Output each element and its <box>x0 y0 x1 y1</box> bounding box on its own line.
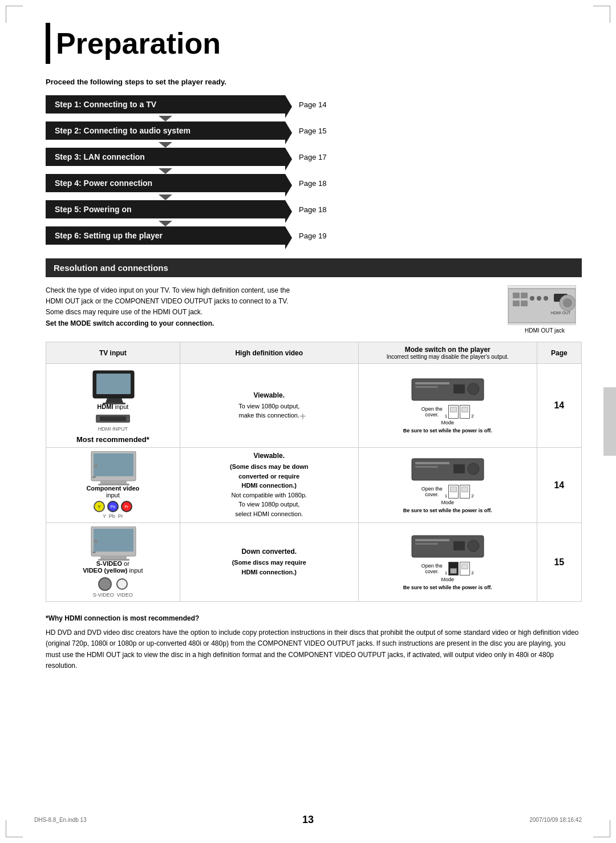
most-recommended-label: Most recommended* <box>51 435 175 444</box>
footer-page-number: 13 <box>302 814 314 826</box>
svideo-switches: 1 2 <box>445 562 474 575</box>
page-title: Preparation <box>56 29 221 58</box>
resolution-section: Resolution and connections Check the typ… <box>46 258 582 671</box>
svg-point-11 <box>563 298 572 307</box>
step-row-4: Step 4: Power connection Page 18 <box>46 174 582 192</box>
hdmi-jack-box: HDMI OUT HDMI OUT jack <box>508 285 582 334</box>
step-bar-2: Step 2: Connecting to audio system <box>46 121 285 140</box>
hdmi-viewable-desc: To view 1080p output,make this connectio… <box>185 402 354 420</box>
step-page-2: Page 15 <box>299 127 326 135</box>
svg-rect-7 <box>544 296 548 301</box>
step-bar-6: Step 6: Setting up the player <box>46 226 285 245</box>
mode-switch-instruction: Set the MODE switch according to your co… <box>46 319 214 327</box>
tv-icon-component <box>90 451 136 483</box>
switch-2-comp <box>460 485 470 498</box>
conn-y: Y <box>94 501 105 512</box>
svideo-viewable-title: Down converted. <box>185 548 354 556</box>
svg-rect-26 <box>98 484 129 485</box>
td-hdmi-page: 14 <box>537 364 581 448</box>
step-bar-5: Step 5: Powering on <box>46 200 285 218</box>
table-row-component: Component videoinput Y Pb Pr Y Pb Pr Vie… <box>46 448 582 523</box>
switch-2-svideo <box>460 562 470 575</box>
svideo-be-sure: Be sure to set while the power is off. <box>363 585 532 590</box>
arrow-shape-3 <box>159 168 172 174</box>
step-arrow-4 <box>46 194 285 200</box>
arrow-shape-5 <box>159 221 172 226</box>
component-be-sure: Be sure to set while the power is off. <box>363 508 532 513</box>
svg-rect-28 <box>92 476 96 478</box>
steps-container: Step 1: Connecting to a TV Page 14 Step … <box>46 95 582 245</box>
svideo-connectors <box>51 577 175 591</box>
td-component-hd: Viewable. (Some discs may be downconvert… <box>180 448 358 523</box>
svideo-circle <box>98 577 112 591</box>
svg-rect-33 <box>453 464 465 473</box>
svg-text:HDMI OUT: HDMI OUT <box>551 311 571 315</box>
hdmi-open-cover: Open thecover. <box>422 406 443 418</box>
svideo-connector-label: S-VIDEO VIDEO <box>51 592 175 598</box>
svg-point-38 <box>94 540 98 543</box>
svg-rect-19 <box>415 382 449 384</box>
step-page-1: Page 14 <box>299 100 326 109</box>
svg-rect-20 <box>415 386 438 388</box>
step-arrow-3 <box>46 168 285 174</box>
component-switches: 1 2 <box>445 485 474 498</box>
th-tv-input: TV input <box>46 342 180 364</box>
svg-rect-31 <box>415 466 438 468</box>
svg-rect-6 <box>537 296 541 301</box>
mode-label-comp: Mode <box>363 500 532 505</box>
svg-rect-42 <box>415 543 438 545</box>
svg-rect-5 <box>530 296 534 301</box>
td-component-mode: Open thecover. 1 2 <box>358 448 537 523</box>
step-bar-4: Step 4: Power connection <box>46 174 285 192</box>
intro-text: Proceed the following steps to set the p… <box>46 78 582 86</box>
hdmi-mode-controls: Open thecover. 1 2 <box>363 405 532 419</box>
component-viewable-title: Viewable. <box>185 452 354 460</box>
svideo-viewable-text: Down converted. (Some discs may requireH… <box>185 548 354 577</box>
resolution-desc-text: Check the type of video input on your TV… <box>46 285 496 334</box>
switch-1-hdmi <box>448 405 459 419</box>
step-row-3: Step 3: LAN connection Page 17 <box>46 148 582 166</box>
switch-2-hdmi <box>460 405 470 419</box>
footer-file: DHS-8.8_En.indb 13 <box>34 817 87 823</box>
svg-rect-4 <box>521 301 528 306</box>
component-connector-label: Y Pb Pr <box>51 513 175 519</box>
svg-rect-35 <box>94 529 133 552</box>
arrow-shape-2 <box>159 142 172 148</box>
svg-rect-41 <box>415 539 449 541</box>
th-mode-title: Mode switch on the player <box>363 346 532 354</box>
tv-icon-svideo <box>90 526 136 558</box>
td-hdmi-mode: Open thecover. 1 2 <box>358 364 537 448</box>
svideo-open-cover: Open thecover. <box>422 563 443 574</box>
step-bar-3: Step 3: LAN connection <box>46 148 285 166</box>
component-viewable-desc: (Some discs may be downconverted or requ… <box>185 462 354 518</box>
td-svideo-mode: Open thecover. 1 2 <box>358 523 537 602</box>
component-viewable-text: Viewable. (Some discs may be downconvert… <box>185 452 354 518</box>
svg-marker-14 <box>106 398 123 403</box>
svg-rect-39 <box>92 552 96 553</box>
th-page: Page <box>537 342 581 364</box>
title-section: Preparation <box>46 23 582 64</box>
step-page-3: Page 17 <box>299 153 326 161</box>
th-mode-switch: Mode switch on the player Incorrect sett… <box>358 342 537 364</box>
svg-point-27 <box>94 464 98 468</box>
svg-point-32 <box>468 463 479 475</box>
td-hdmi-tv: HDMI input HDMI INPUT Most recommended* <box>46 364 180 448</box>
svg-rect-17 <box>100 416 126 421</box>
th-high-def: High definition video <box>180 342 358 364</box>
hdmi-connector-area: HDMI INPUT <box>51 412 175 432</box>
step-page-6: Page 19 <box>299 232 326 240</box>
step-arrow-5 <box>46 221 285 226</box>
table-row-hdmi: HDMI input HDMI INPUT Most recommended* <box>46 364 582 448</box>
hdmi-switches: 1 2 <box>445 405 474 419</box>
svg-rect-13 <box>96 374 131 394</box>
step-row-2: Step 2: Connecting to audio system Page … <box>46 121 582 140</box>
connection-table: TV input High definition video Mode swit… <box>46 342 582 602</box>
svg-rect-24 <box>94 453 133 476</box>
component-open-cover: Open thecover. <box>422 486 443 497</box>
td-component-page: 14 <box>537 448 581 523</box>
th-mode-sub: Incorrect setting may disable the player… <box>363 354 532 360</box>
switch-1-comp <box>448 485 459 498</box>
step-row-6: Step 6: Setting up the player Page 19 <box>46 226 582 245</box>
svg-rect-15 <box>103 403 125 404</box>
mode-label-hdmi: Mode <box>363 420 532 425</box>
